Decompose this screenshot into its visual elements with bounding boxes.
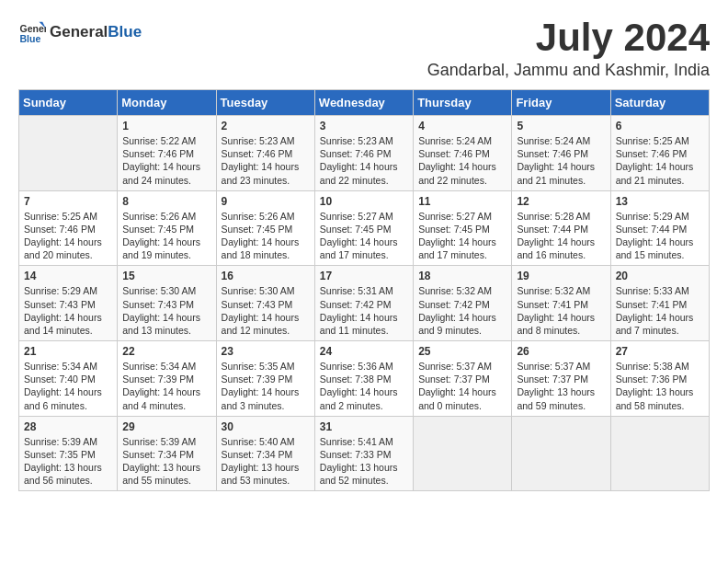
day-info: Sunset: 7:34 PM [222,448,310,461]
calendar-cell: 10Sunrise: 5:27 AMSunset: 7:45 PMDayligh… [314,190,413,266]
day-info: Sunset: 7:42 PM [320,298,408,311]
calendar-cell: 20Sunrise: 5:33 AMSunset: 7:41 PMDayligh… [610,266,709,341]
header-row: SundayMondayTuesdayWednesdayThursdayFrid… [19,90,710,116]
day-info: and 18 minutes. [222,248,310,261]
title-block: July 2024 Gandarbal, Jammu and Kashmir, … [427,18,710,80]
day-info: Daylight: 14 hours [418,385,506,398]
day-number: 22 [122,345,210,358]
day-number: 12 [517,195,605,208]
day-info: Sunset: 7:46 PM [517,147,605,160]
day-info: and 23 minutes. [222,174,310,187]
day-number: 18 [418,270,506,282]
day-number: 14 [24,270,112,282]
day-number: 26 [517,345,605,358]
day-number: 8 [122,195,210,208]
day-info: and 21 minutes. [517,174,605,187]
day-info: Daylight: 14 hours [320,311,408,324]
day-info: Sunset: 7:43 PM [24,298,112,311]
calendar-cell: 22Sunrise: 5:34 AMSunset: 7:39 PMDayligh… [118,341,216,417]
day-number: 9 [222,195,310,208]
day-info: and 13 minutes. [122,324,210,337]
calendar-cell: 16Sunrise: 5:30 AMSunset: 7:43 PMDayligh… [216,266,314,341]
day-info: and 52 minutes. [320,474,408,487]
day-info: Sunrise: 5:40 AM [222,435,310,448]
day-info: Daylight: 14 hours [616,311,704,324]
day-info: Daylight: 14 hours [122,385,210,398]
week-row-4: 21Sunrise: 5:34 AMSunset: 7:40 PMDayligh… [19,341,710,417]
day-info: and 58 minutes. [616,399,704,412]
day-info: Sunset: 7:42 PM [418,298,506,311]
day-number: 29 [122,420,210,433]
day-info: Daylight: 14 hours [517,160,605,173]
day-number: 27 [616,345,704,358]
day-info: Daylight: 14 hours [122,311,210,324]
day-info: Daylight: 13 hours [122,461,210,474]
day-info: Sunrise: 5:30 AM [122,284,210,297]
day-info: Sunset: 7:43 PM [222,298,310,311]
calendar-cell: 27Sunrise: 5:38 AMSunset: 7:36 PMDayligh… [610,341,709,417]
calendar-cell: 3Sunrise: 5:23 AMSunset: 7:46 PMDaylight… [314,116,413,191]
day-number: 17 [320,270,408,282]
day-info: Sunset: 7:44 PM [616,223,704,236]
day-info: and 15 minutes. [616,248,704,261]
day-info: and 14 minutes. [24,324,112,337]
day-number: 4 [418,120,506,132]
day-number: 11 [418,195,506,208]
day-info: Daylight: 14 hours [517,311,605,324]
day-info: and 24 minutes. [122,174,210,187]
day-info: Daylight: 14 hours [616,236,704,248]
day-info: Sunset: 7:46 PM [222,147,310,160]
day-info: Daylight: 14 hours [122,160,210,173]
day-info: Daylight: 14 hours [222,311,310,324]
header-wednesday: Wednesday [314,90,413,116]
calendar-cell: 2Sunrise: 5:23 AMSunset: 7:46 PMDaylight… [216,116,314,191]
day-info: Sunrise: 5:37 AM [418,360,506,373]
day-info: Daylight: 13 hours [222,461,310,474]
day-info: Daylight: 14 hours [24,236,112,248]
calendar-cell: 28Sunrise: 5:39 AMSunset: 7:35 PMDayligh… [19,416,118,491]
day-info: Sunrise: 5:41 AM [320,435,408,448]
day-info: Sunset: 7:46 PM [122,147,210,160]
day-info: Sunrise: 5:35 AM [222,360,310,373]
day-info: Daylight: 13 hours [517,385,605,398]
day-info: and 59 minutes. [517,399,605,412]
day-info: Sunset: 7:35 PM [24,448,112,461]
day-info: Sunset: 7:39 PM [222,373,310,385]
day-info: Sunset: 7:41 PM [517,298,605,311]
day-info: Sunrise: 5:34 AM [122,360,210,373]
day-info: Sunrise: 5:22 AM [122,134,210,147]
calendar-cell: 25Sunrise: 5:37 AMSunset: 7:37 PMDayligh… [414,341,512,417]
day-info: Daylight: 13 hours [24,461,112,474]
calendar-cell: 13Sunrise: 5:29 AMSunset: 7:44 PMDayligh… [610,190,709,266]
day-info: Daylight: 14 hours [222,236,310,248]
day-info: Daylight: 14 hours [418,160,506,173]
page-header: General Blue GeneralBlue July 2024 Ganda… [18,18,710,80]
calendar-cell: 4Sunrise: 5:24 AMSunset: 7:46 PMDaylight… [414,116,512,191]
logo-icon: General Blue [18,18,46,46]
day-info: Sunset: 7:37 PM [418,373,506,385]
day-info: Daylight: 14 hours [320,385,408,398]
month-title: July 2024 [427,18,710,57]
day-info: and 17 minutes. [320,248,408,261]
calendar-cell [610,416,709,491]
day-number: 31 [320,420,408,433]
week-row-5: 28Sunrise: 5:39 AMSunset: 7:35 PMDayligh… [19,416,710,491]
day-info: Sunset: 7:33 PM [320,448,408,461]
calendar-cell [19,116,118,191]
calendar-cell: 14Sunrise: 5:29 AMSunset: 7:43 PMDayligh… [19,266,118,341]
day-info: and 56 minutes. [24,474,112,487]
header-tuesday: Tuesday [216,90,314,116]
calendar-cell: 26Sunrise: 5:37 AMSunset: 7:37 PMDayligh… [512,341,610,417]
day-info: and 19 minutes. [122,248,210,261]
day-number: 15 [122,270,210,282]
day-info: Sunset: 7:40 PM [24,373,112,385]
day-info: Daylight: 14 hours [418,311,506,324]
day-number: 21 [24,345,112,358]
day-info: and 22 minutes. [320,174,408,187]
day-info: Sunset: 7:45 PM [222,223,310,236]
day-info: Sunrise: 5:32 AM [418,284,506,297]
day-info: Sunset: 7:41 PM [616,298,704,311]
day-info: Sunrise: 5:26 AM [122,210,210,223]
day-info: Daylight: 14 hours [222,160,310,173]
day-info: Daylight: 14 hours [24,311,112,324]
